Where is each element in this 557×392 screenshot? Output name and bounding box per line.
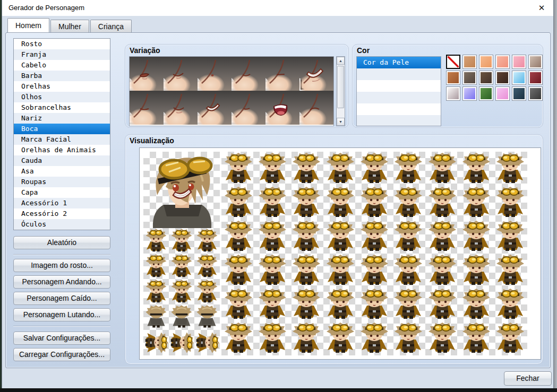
part-item[interactable]: Boca [14,124,110,134]
sprite-cell [357,254,391,288]
color-swatch[interactable] [446,71,460,85]
part-item[interactable]: Óculos [14,219,110,230]
part-item[interactable]: Sobrancelhas [14,102,110,113]
sprite-cell [425,254,459,288]
color-swatch[interactable] [479,86,493,101]
color-swatch[interactable] [512,86,526,101]
load-settings-button[interactable]: Carregar Configurações... [13,348,110,361]
color-swatch[interactable] [512,71,526,85]
tab-homem[interactable]: Homem [7,18,49,32]
part-item[interactable]: Capa [14,187,110,198]
sprite-cell [357,321,391,355]
variation-option-soft-line[interactable] [130,91,164,125]
variation-scrollbar[interactable]: ▲ ▼ [336,56,345,126]
variation-option-small-line[interactable] [232,91,265,125]
part-item[interactable]: Franja [14,49,110,60]
scrollbar-thumb[interactable] [337,66,344,108]
color-target-item[interactable]: Cor da Pele [357,57,441,68]
battler-character-button[interactable]: Personagem Lutando... [13,308,110,321]
character-generator-window: Gerador de Personagem ✕ HomemMulherCrian… [2,0,554,388]
variation-option-thin-smile[interactable] [164,57,198,91]
sprite-cell [289,321,323,355]
preview-groupbox: Visualização [125,134,543,364]
color-swatch[interactable] [479,55,493,69]
sprite-cell [289,152,323,186]
sprite-cell [169,279,194,304]
part-item[interactable]: Barba [14,71,110,81]
part-item[interactable]: Orelhas de Animais [14,145,110,155]
color-target-empty-row [357,68,441,80]
scroll-down-icon[interactable]: ▼ [337,118,345,126]
sprite-cell [391,186,425,220]
part-item[interactable]: Nariz [14,113,110,124]
color-swatch[interactable] [462,86,477,101]
part-item[interactable]: Cauda [14,155,110,166]
sprite-cell [459,220,493,254]
part-item[interactable]: Cabelo [14,60,110,71]
color-swatch[interactable] [528,86,543,101]
color-swatch[interactable] [495,55,510,69]
sprite-cell [221,321,255,355]
titlebar: Gerador de Personagem ✕ [2,0,553,16]
part-category-list: RostoFranjaCabeloBarbaOrelhasOlhosSobran… [13,38,110,230]
variation-option-gentle-smile[interactable] [164,91,198,125]
color-swatch[interactable] [446,86,460,101]
part-item[interactable]: Asa [14,166,110,177]
sprite-cell [143,254,169,279]
color-swatch[interactable] [495,86,510,101]
sprite-cell [425,220,459,254]
color-swatch[interactable] [462,71,477,85]
swatch-none[interactable] [446,55,460,69]
color-swatch[interactable] [479,71,493,85]
part-item[interactable]: Acessório 2 [14,208,110,219]
variation-option-big-grin-teeth[interactable] [299,57,333,91]
variation-groupbox: Variação ▲ ▼ [125,44,349,128]
save-settings-button[interactable]: Salvar Configurações... [13,332,110,345]
close-icon[interactable]: ✕ [535,2,548,14]
swatch-color [448,72,459,83]
sprite-cell [493,288,527,321]
color-swatch[interactable] [528,55,543,69]
sprite-cell [493,254,527,288]
color-swatch[interactable] [462,55,477,69]
window-title: Gerador de Personagem [8,4,84,12]
variation-option-tiny-mouth[interactable] [198,57,232,91]
close-dialog-button[interactable]: Fechar [504,371,552,386]
swatch-color [448,88,459,99]
downed-character-button[interactable]: Personagem Caído... [13,292,110,305]
sprite-cell [493,152,527,186]
part-item[interactable]: Marca Facial [14,134,110,145]
color-swatch[interactable] [512,55,526,69]
variation-option-grin-teeth[interactable] [198,91,232,125]
color-target-empty-row [357,80,441,92]
sprite-cell [169,304,194,330]
sprite-cell [221,220,255,254]
color-swatch[interactable] [528,71,543,85]
scroll-up-icon[interactable]: ▲ [337,57,345,65]
sprite-cell [425,152,459,186]
part-item[interactable]: Orelhas [14,81,110,92]
swatch-color [464,88,475,99]
variation-option-closed-lips[interactable] [130,57,164,91]
variation-option-frown[interactable] [299,91,333,125]
sprite-cell [194,254,220,279]
sprite-cell [459,186,493,220]
face-image-button[interactable]: Imagem do rosto... [13,259,110,272]
part-item[interactable]: Acessório 1 [14,198,110,208]
color-swatch[interactable] [495,71,510,85]
sprite-cell [357,186,391,220]
variation-option-open-laugh[interactable] [265,91,299,125]
part-item[interactable]: Rosto [14,39,110,49]
swatch-color [464,72,475,83]
variation-option-short-line[interactable] [265,57,299,91]
sprite-cell [221,254,255,288]
random-button[interactable]: Aleatório [13,236,110,249]
tab-criança[interactable]: Criança [90,20,132,32]
tab-mulher[interactable]: Mulher [50,20,89,32]
part-item[interactable]: Roupas [14,177,110,187]
sprite-cell [493,321,527,355]
walking-character-button[interactable]: Personagem Andando... [13,275,110,289]
variation-option-small-downturn[interactable] [232,57,265,91]
color-target-empty-row [357,92,441,103]
part-item[interactable]: Olhos [14,92,110,102]
